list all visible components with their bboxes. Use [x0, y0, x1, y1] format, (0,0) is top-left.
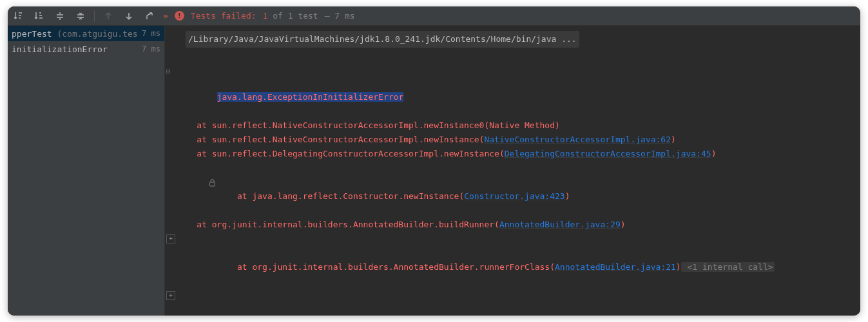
test-toolbar: » ! Tests failed: 1 of 1 test – 7 ms: [8, 6, 860, 26]
source-link[interactable]: DelegatingConstructorAccessorImpl.java:4…: [505, 149, 711, 158]
next-failed-icon[interactable]: [122, 9, 136, 23]
failed-status-icon: !: [175, 11, 184, 21]
test-tree-panel[interactable]: pperTest (com.atguigu.test) 7 ms initial…: [8, 26, 165, 316]
svg-rect-0: [210, 182, 215, 186]
stack-line: at sun.reflect.NativeConstructorAccessor…: [165, 133, 860, 147]
internal-calls-badge[interactable]: <1 internal call>: [681, 262, 775, 272]
source-link[interactable]: AnnotatedBuilder.java:21: [555, 262, 676, 272]
lock-icon: [166, 164, 216, 206]
sort-alpha-icon[interactable]: [12, 9, 26, 23]
fold-minus-icon[interactable]: ⊟: [166, 64, 171, 79]
expand-all-icon[interactable]: [53, 9, 67, 23]
stack-line: at sun.reflect.NativeConstructorAccessor…: [165, 118, 860, 133]
expand-plus-icon[interactable]: +: [166, 234, 175, 243]
source-link[interactable]: NativeConstructorAccessorImpl.java:62: [484, 135, 671, 144]
tests-failed-label: Tests failed:: [191, 11, 256, 21]
stack-line: + at org.junit.internal.builders.AllDefa…: [165, 289, 860, 316]
main-area: pperTest (com.atguigu.test) 7 ms initial…: [8, 26, 860, 316]
exception-line: ⊟ java.lang.ExceptionInInitializerError: [165, 62, 860, 118]
stack-line: + at org.junit.internal.builders.Annotat…: [165, 232, 860, 289]
failed-count: 1 of 1 test: [263, 11, 318, 21]
console-output[interactable]: /Library/Java/JavaVirtualMachines/jdk1.8…: [165, 26, 860, 316]
stack-line: at java.lang.reflect.Constructor.newInst…: [165, 161, 860, 218]
expand-plus-icon[interactable]: +: [166, 291, 175, 300]
export-results-icon[interactable]: [142, 9, 157, 23]
stack-line: at sun.reflect.DelegatingConstructorAcce…: [165, 147, 860, 161]
tree-row-class[interactable]: pperTest (com.atguigu.test) 7 ms: [8, 26, 164, 41]
toolbar-divider: [94, 10, 95, 22]
tree-row-test[interactable]: initializationError 7 ms: [8, 41, 164, 57]
tree-row-time: 7 ms: [142, 29, 160, 38]
command-line: /Library/Java/JavaVirtualMachines/jdk1.8…: [165, 31, 860, 48]
prev-failed-icon[interactable]: [101, 9, 115, 23]
duration-label: – 7 ms: [325, 11, 355, 21]
tree-row-name: initializationError: [12, 44, 108, 54]
overflow-chevron-icon[interactable]: »: [163, 11, 168, 21]
ide-run-tool-window: » ! Tests failed: 1 of 1 test – 7 ms ppe…: [8, 6, 860, 316]
sort-duration-icon[interactable]: [32, 9, 46, 23]
collapse-all-icon[interactable]: [73, 9, 88, 23]
stack-line: at org.junit.internal.builders.Annotated…: [165, 218, 860, 232]
source-link[interactable]: AnnotatedBuilder.java:29: [499, 220, 621, 229]
tree-row-time: 7 ms: [142, 44, 160, 53]
source-link[interactable]: Constructor.java:423: [464, 191, 565, 201]
tree-row-name: pperTest (com.atguigu.test): [12, 29, 138, 39]
